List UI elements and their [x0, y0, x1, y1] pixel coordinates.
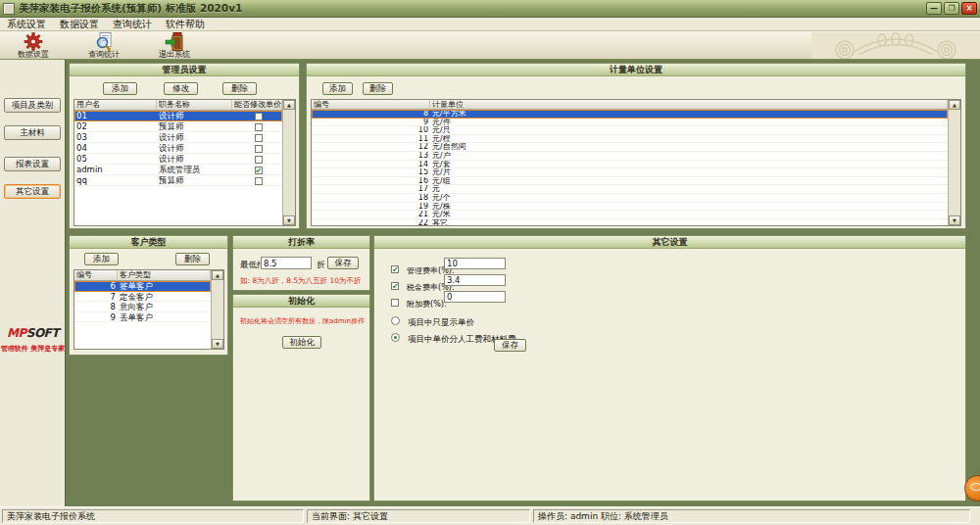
discount-save-button[interactable]: 保存: [327, 257, 359, 269]
app-window: 美萍家装电子报价系统(预算师) 标准版 2020v1 — ❐ × 系统设置 数据…: [0, 0, 980, 525]
admin-delete-button[interactable]: 删除: [222, 82, 257, 95]
customer-delete-button[interactable]: 删除: [175, 253, 210, 265]
admin-col-can-edit: 能否修改单价: [232, 100, 282, 110]
admin-row[interactable]: 04 设计师: [74, 143, 282, 154]
menu-software-help[interactable]: 软件帮助: [159, 18, 212, 31]
unit-row[interactable]: 22其它: [312, 219, 948, 225]
title-bar: 美萍家装电子报价系统(预算师) 标准版 2020v1 — ❐ ×: [0, 0, 980, 18]
tool-exit-system[interactable]: 退出系统: [147, 32, 202, 59]
scroll-up-icon[interactable]: ▲: [949, 100, 960, 110]
can-edit-checkbox[interactable]: [255, 134, 263, 142]
unit-add-button[interactable]: 添加: [322, 82, 353, 95]
unit-settings-panel: 计量单位设置 添加 删除 编号 计量单位 8元/平方米 9元/件 10元/只 1…: [306, 63, 966, 229]
sidebar-item-materials[interactable]: 主材料: [4, 125, 61, 140]
surcharge-row: 附加费(%):: [391, 292, 447, 304]
admin-edit-button[interactable]: 修改: [164, 82, 198, 95]
scroll-down-icon[interactable]: ▼: [212, 339, 223, 349]
sidebar-item-projects[interactable]: 项目及类别: [4, 98, 61, 113]
customer-add-button[interactable]: 添加: [84, 253, 119, 265]
customer-col-type: 客户类型: [118, 270, 211, 280]
admin-col-user: 用户名: [74, 100, 157, 110]
init-warning: 初始化将会清空所有数据，限admin操作: [233, 316, 371, 326]
menu-query-stats[interactable]: 查询统计: [106, 18, 159, 31]
unit-row[interactable]: 12元/自然间: [312, 143, 948, 152]
app-icon: [3, 3, 15, 15]
discount-rate-panel: 打折率 最低打 折 保存 如: 8为八折，8.5为八五折 10为不折: [232, 235, 370, 291]
scroll-down-icon[interactable]: ▼: [949, 215, 960, 225]
customer-row[interactable]: 6签单客户: [74, 281, 211, 292]
customer-table: 编号 客户类型 6签单客户 7定金客户 8意向客户 9丢单客户 ▲ ▼: [74, 269, 224, 350]
unit-col-unit: 计量单位: [430, 100, 948, 109]
search-stats-icon: [93, 32, 115, 51]
unit-row[interactable]: 8元/平方米: [312, 110, 948, 119]
other-panel-title: 其它设置: [374, 236, 965, 249]
admin-add-button[interactable]: 添加: [103, 82, 137, 95]
can-edit-checkbox[interactable]: [255, 177, 263, 185]
admin-row[interactable]: 01 设计师: [74, 111, 282, 121]
unit-row[interactable]: 11元/樘: [312, 135, 948, 144]
unit-row[interactable]: 21元/米: [312, 211, 948, 219]
can-edit-checkbox[interactable]: [255, 113, 263, 120]
radio-icon[interactable]: [391, 316, 400, 325]
unit-row[interactable]: 19元/株: [312, 203, 948, 212]
tool-query-stats[interactable]: 查询统计: [76, 32, 131, 59]
init-panel: 初始化 初始化将会清空所有数据，限admin操作 初始化: [232, 294, 370, 501]
logo-tagline: 管理软件 美萍是专家: [0, 344, 66, 354]
admin-row[interactable]: 03 设计师: [74, 132, 282, 143]
other-save-button[interactable]: 保存: [494, 339, 526, 352]
sidebar-item-other-settings[interactable]: 其它设置: [4, 184, 61, 199]
unit-row[interactable]: 17元: [312, 185, 948, 194]
unit-row[interactable]: 16元/组: [312, 177, 948, 186]
admin-row[interactable]: 05 设计师: [74, 154, 282, 165]
admin-row[interactable]: qq 预算师: [74, 175, 282, 186]
customer-row[interactable]: 9丢单客户: [74, 312, 211, 323]
tax-fee-input[interactable]: [444, 274, 506, 286]
floating-service-button[interactable]: [964, 475, 980, 501]
sidebar-item-reports[interactable]: 报表设置: [4, 157, 61, 171]
exit-door-icon: [164, 32, 185, 51]
unit-table: 编号 计量单位 8元/平方米 9元/件 10元/只 11元/樘 12元/自然间 …: [311, 99, 961, 226]
unit-row[interactable]: 9元/件: [312, 119, 948, 127]
sidebar: 项目及类别 主材料 报表设置 其它设置 MPSOFT 管理软件 美萍是专家: [0, 60, 66, 506]
management-fee-input[interactable]: [444, 258, 506, 269]
unit-row[interactable]: 10元/只: [312, 126, 948, 135]
surcharge-checkbox[interactable]: [391, 299, 399, 307]
maximize-button[interactable]: ❐: [944, 2, 959, 15]
tax-fee-checkbox[interactable]: ✔: [391, 282, 399, 290]
management-fee-checkbox[interactable]: ✔: [391, 265, 399, 273]
minimize-button[interactable]: —: [926, 2, 942, 15]
unit-table-scrollbar[interactable]: ▲ ▼: [948, 100, 960, 225]
admin-row[interactable]: 02 预算师: [74, 121, 282, 132]
menu-system-settings[interactable]: 系统设置: [0, 18, 53, 31]
menu-bar: 系统设置 数据设置 查询统计 软件帮助: [0, 18, 980, 31]
gear-icon: [23, 32, 44, 51]
can-edit-checkbox[interactable]: [255, 145, 263, 153]
main-area: 项目及类别 主材料 报表设置 其它设置 MPSOFT 管理软件 美萍是专家 管理…: [0, 60, 980, 506]
scroll-up-icon[interactable]: ▲: [283, 100, 295, 110]
unit-row[interactable]: 15元/片: [312, 168, 948, 177]
surcharge-input[interactable]: [444, 291, 506, 303]
menu-data-settings[interactable]: 数据设置: [53, 18, 106, 31]
toolbar: 数据设置 查询统计: [0, 31, 980, 60]
unit-delete-button[interactable]: 删除: [363, 82, 393, 95]
admin-row[interactable]: admin 系统管理员 ✔: [74, 165, 282, 175]
customer-row[interactable]: 8意向客户: [74, 302, 211, 312]
unit-row[interactable]: 18元/个: [312, 194, 948, 203]
scroll-up-icon[interactable]: ▲: [212, 270, 223, 280]
unit-row[interactable]: 14元/套: [312, 161, 948, 169]
customer-table-scrollbar[interactable]: ▲ ▼: [211, 270, 223, 349]
admin-table-scrollbar[interactable]: ▲ ▼: [282, 100, 295, 225]
can-edit-checkbox[interactable]: ✔: [255, 167, 263, 174]
customer-type-panel: 客户类型 添加 删除 编号 客户类型 6签单客户 7定金客户 8意向客户 9丢单…: [69, 235, 228, 356]
discount-input[interactable]: [261, 257, 312, 269]
tool-data-settings[interactable]: 数据设置: [6, 32, 61, 59]
can-edit-checkbox[interactable]: [255, 156, 263, 164]
scroll-down-icon[interactable]: ▼: [283, 215, 295, 225]
unit-row[interactable]: 13元/户: [312, 152, 948, 161]
init-button[interactable]: 初始化: [282, 336, 321, 349]
admin-col-role: 职务名称: [157, 100, 232, 110]
close-button[interactable]: ×: [961, 2, 977, 15]
radio-icon[interactable]: [391, 333, 400, 342]
customer-row[interactable]: 7定金客户: [74, 292, 211, 303]
can-edit-checkbox[interactable]: [255, 123, 263, 131]
